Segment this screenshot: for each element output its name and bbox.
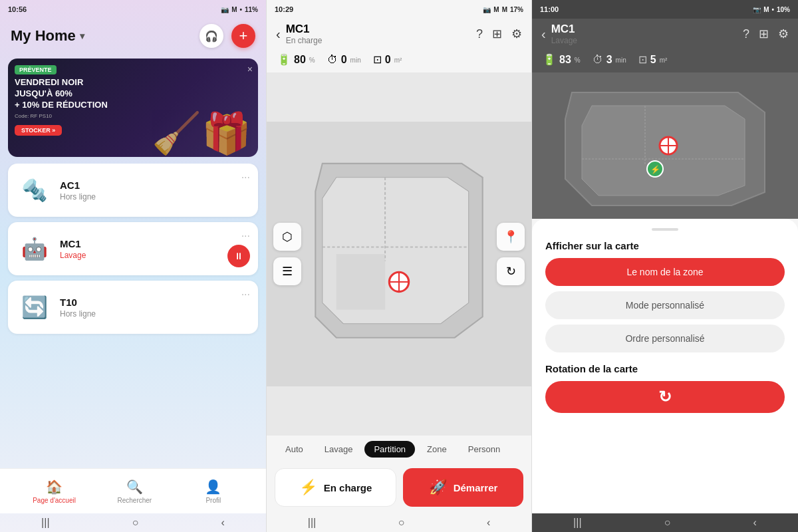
map-area-panel2: ⬡ ☰ 📍 ↻ [267, 72, 531, 436]
option-zone-name[interactable]: Le nom de la zone [545, 258, 785, 286]
battery-icon: 🔋 [277, 53, 291, 66]
banner-cta-button[interactable]: STOCKER » [15, 125, 62, 136]
home-button3[interactable]: ○ [664, 517, 671, 529]
start-button[interactable]: 🚀 Démarrer [403, 468, 523, 507]
status-bar-panel1: 10:56 📷 M • 11% [0, 0, 266, 19]
time-panel1: 10:56 [8, 5, 27, 13]
charging-button[interactable]: ⚡ En charge [275, 468, 396, 507]
back-button-panel3[interactable]: ‹ [541, 27, 546, 42]
back-button3[interactable]: ‹ [753, 517, 757, 529]
pause-button-mc1[interactable]: ⏸ [227, 245, 250, 267]
device-more-t10[interactable]: ··· [241, 289, 250, 301]
device-icon-t10: 🔄 [17, 290, 52, 325]
banner-badge: PRÉVENTE [15, 65, 57, 74]
help-icon[interactable]: ? [476, 27, 483, 41]
option-custom-order[interactable]: Ordre personnalisé [545, 325, 785, 352]
area-value: 0 [385, 54, 391, 66]
charging-label: En charge [324, 482, 372, 493]
mode-tab-partition[interactable]: Partition [364, 441, 415, 458]
headphone-button[interactable]: 🎧 [200, 24, 223, 48]
header3-title: MC1 Lavage [551, 23, 743, 45]
device-card-t10[interactable]: 🔄 T10 Hors ligne ··· [8, 281, 258, 334]
nav-search[interactable]: 🔍 Rechercher [114, 479, 154, 504]
time-panel3: 11:00 [540, 5, 559, 13]
banner-code: Code: RF PS10 [15, 113, 52, 119]
battery-stat: 🔋 80 % [277, 53, 315, 66]
add-device-button[interactable]: + [231, 24, 255, 48]
recent-apps-button[interactable]: ||| [41, 517, 49, 529]
device-more-ac1[interactable]: ··· [241, 172, 250, 184]
area-stat: ⊡ 0 m² [373, 53, 402, 66]
help-icon-panel3[interactable]: ? [743, 27, 749, 41]
rotation-button[interactable]: ↻ [545, 381, 785, 413]
svg-rect-5 [336, 254, 385, 310]
charging-icon: ⚡ [299, 479, 317, 496]
back-button2[interactable]: ‹ [487, 517, 490, 529]
back-button[interactable]: ‹ [221, 517, 225, 529]
display-section-title: Afficher sur la carte [545, 240, 785, 251]
settings-icon-panel3[interactable]: ⚙ [778, 27, 789, 41]
rotate-button[interactable]: ↻ [497, 257, 525, 285]
grid-icon[interactable]: ⊞ [492, 27, 502, 41]
start-icon: 🚀 [429, 479, 447, 496]
location-button[interactable]: 📍 [497, 223, 525, 251]
layers-button[interactable]: ⬡ [273, 223, 301, 251]
mode-tab-lavage[interactable]: Lavage [315, 441, 362, 458]
time-icon: ⏱ [327, 54, 338, 66]
device-info-ac1: AC1 Hors ligne [60, 180, 249, 201]
device-status-mc1: Lavage [60, 251, 249, 260]
home-title[interactable]: My Home ▾ [11, 27, 84, 45]
time-icon-panel3: ⏱ [593, 54, 603, 66]
area-value-panel3: 5 [650, 54, 656, 66]
header-panel2: ‹ MC1 En charge ? ⊞ ⚙ [267, 19, 531, 51]
device-icon-mc1: 🤖 [17, 231, 52, 266]
system-bar-panel3-bottom: ||| ○ ‹ [532, 513, 798, 532]
device-name-mc1: MC1 [60, 238, 249, 249]
panel-home: 10:56 📷 M • 11% My Home ▾ 🎧 + PRÉVENTE V… [0, 0, 266, 532]
map-list-button[interactable]: ☰ [273, 257, 301, 285]
home-nav-icon: 🏠 [46, 479, 63, 495]
nav-home[interactable]: 🏠 Page d'accueil [33, 479, 76, 504]
device-more-mc1[interactable]: ··· [241, 230, 250, 242]
time-stat-panel3: ⏱ 3 min [593, 54, 626, 66]
recent-apps-button3[interactable]: ||| [573, 517, 581, 529]
time-value: 0 [341, 54, 347, 66]
device-info-mc1: MC1 Lavage [60, 238, 249, 260]
header-actions: 🎧 + [200, 24, 255, 48]
mode-tab-auto[interactable]: Auto [276, 441, 313, 458]
time-value-panel3: 3 [606, 54, 612, 66]
promo-banner: PRÉVENTE VENDREDI NOIR JUSQU'À 60% + 10%… [8, 59, 258, 157]
mode-tab-zone[interactable]: Zone [418, 441, 456, 458]
panel-mc1-map: 11:00 📷 M • 10% ‹ MC1 Lavage ? ⊞ ⚙ 🔋 83 … [532, 0, 798, 532]
bottom-sheet: Afficher sur la carte Le nom de la zone … [532, 219, 798, 513]
banner-image: 🧹🎁 [152, 110, 251, 157]
display-on-map-section: Afficher sur la carte Le nom de la zone … [545, 240, 785, 352]
battery-stat-panel3: 🔋 83 % [543, 53, 581, 66]
system-bar-panel2: ||| ○ ‹ [267, 513, 531, 532]
recent-apps-button2[interactable]: ||| [308, 517, 316, 529]
rotation-section: Rotation de la carte ↻ [545, 363, 785, 413]
mode-tab-personn[interactable]: Personn [459, 441, 509, 458]
header2-title: MC1 En charge [286, 23, 476, 45]
home-button[interactable]: ○ [132, 517, 139, 529]
battery-icon-panel3: 🔋 [543, 53, 556, 66]
rotation-icon: ↻ [658, 388, 672, 406]
device-card-ac1[interactable]: 🔩 AC1 Hors ligne ··· [8, 164, 258, 217]
home-button2[interactable]: ○ [398, 517, 405, 529]
device-action-mc1: ⏸ [227, 245, 250, 267]
area-icon: ⊡ [373, 53, 382, 66]
panel-mc1-charging: 10:29 📷 M M 17% ‹ MC1 En charge ? ⊞ ⚙ 🔋 … [266, 0, 532, 532]
settings-icon[interactable]: ⚙ [511, 27, 522, 41]
device-name-t10: T10 [60, 297, 249, 308]
start-label: Démarrer [454, 482, 498, 493]
grid-icon-panel3[interactable]: ⊞ [759, 27, 769, 41]
map-overlay-right: 📍 ↻ [497, 223, 525, 285]
battery-value-panel3: 83 [559, 54, 571, 66]
device-card-mc1[interactable]: 🤖 MC1 Lavage ··· ⏸ [8, 222, 258, 275]
nav-profile-label: Profil [205, 497, 221, 504]
time-panel2: 10:29 [275, 5, 293, 13]
nav-profile[interactable]: 👤 Profil [194, 479, 233, 504]
banner-close-button[interactable]: × [247, 64, 253, 74]
option-custom-mode[interactable]: Mode personnalisé [545, 291, 785, 319]
back-button-panel2[interactable]: ‹ [276, 27, 281, 42]
